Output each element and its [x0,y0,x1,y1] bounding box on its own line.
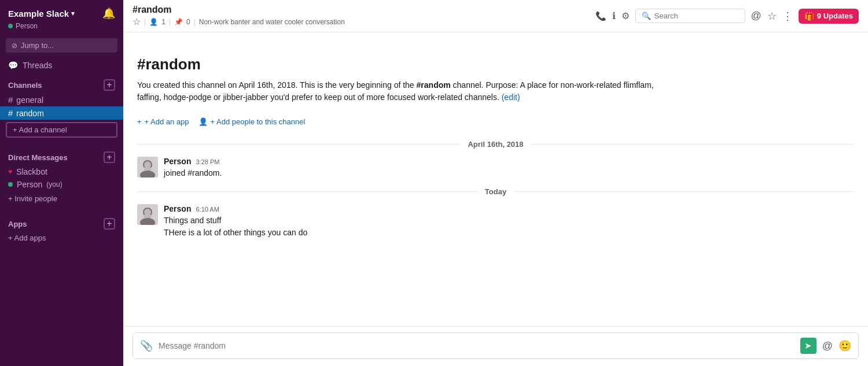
jump-to-button[interactable]: ⊘ Jump to... [6,38,117,53]
divider-line-left [137,144,461,145]
dm-you-label: (you) [46,180,62,188]
date-divider-april: April 16th, 2018 [123,135,868,153]
dm-status-dot-person [8,182,13,187]
divider-line-right [531,144,854,145]
slackbot-heart-icon: ♥ [8,168,12,176]
add-channel-label: + Add a channel [13,125,67,134]
message-item: Person 3:28 PM joined #random. [123,153,868,183]
message-body: Person 3:28 PM joined #random. [164,157,854,179]
channel-intro-text: You created this channel on April 16th, … [137,79,658,103]
dm-name-person: Person [17,180,42,189]
messages-area: #random You created this channel on Apri… [123,32,868,326]
channel-header: #random ☆ | 👤 1 | 📌 0 | Non-work banter … [123,0,868,32]
threads-label: Threads [23,61,52,70]
main-content: #random ☆ | 👤 1 | 📌 0 | Non-work banter … [123,0,868,366]
channel-pins-count: 0 [186,18,190,26]
sidebar-item-general[interactable]: # general [0,93,123,106]
add-people-button[interactable]: 👤 + Add people to this channel [198,117,306,126]
dm-section-label: Direct Messages + [0,145,123,165]
message-sender-2: Person [164,204,191,213]
channel-title: #random [133,5,172,15]
add-people-label: + Add people to this channel [211,117,306,126]
sidebar-item-random[interactable]: # random [0,106,123,120]
dm-item-slackbot[interactable]: ♥ Slackbot [0,165,123,178]
search-magnifier-icon: 🔍 [642,12,651,20]
invite-people-button[interactable]: + Invite people [0,191,123,206]
workspace-status: Person [0,22,123,35]
message-input-area: 📎 ➤ @ 🙂 [123,326,868,366]
add-dm-icon[interactable]: + [104,151,115,163]
intro-channel-bold: #random [417,80,451,90]
channel-intro-heading: #random [137,56,854,73]
message-input-box: 📎 ➤ @ 🙂 [133,332,859,359]
channel-description: Non-work banter and water cooler convers… [199,18,345,26]
channel-name-random: random [16,109,43,118]
emoji-icon[interactable]: 🙂 [838,339,851,352]
sidebar-item-threads[interactable]: 💬 Threads [0,58,123,72]
svg-rect-4 [144,167,151,171]
notification-bell-icon[interactable]: 🔔 [102,7,115,20]
gift-icon: 🎁 [804,12,814,21]
channel-header-left: #random ☆ | 👤 1 | 📌 0 | Non-work banter … [133,5,345,27]
jump-to-label: Jump to... [21,41,54,50]
info-icon[interactable]: ℹ [612,10,616,21]
send-icon[interactable]: ➤ [800,338,816,354]
updates-button[interactable]: 🎁 9 Updates [799,9,859,24]
avatar-2 [137,204,158,225]
add-app-label: + Add an app [145,117,189,126]
add-app-icon[interactable]: + [104,218,115,230]
avatar [137,157,158,178]
date-divider-today: Today [123,183,868,201]
add-people-person-icon: 👤 [198,117,208,126]
add-channel-button[interactable]: + Add a channel [6,122,117,138]
hash-icon-random: # [8,108,13,118]
gear-icon[interactable]: ⚙ [621,10,630,21]
dm-item-person[interactable]: Person (you) [0,178,123,191]
more-options-icon[interactable]: ⋮ [782,10,793,23]
date-divider-today-label: Today [485,187,506,196]
at-icon[interactable]: @ [751,10,762,22]
channel-intro: #random You created this channel on Apri… [123,32,868,113]
add-apps-button[interactable]: + Add apps [0,232,123,244]
message-text: joined #random. [164,167,854,179]
message-text-line1: Things and stuff [164,215,854,227]
message-sender: Person [164,157,191,166]
svg-rect-9 [144,215,151,218]
search-box[interactable]: 🔍 [635,9,745,23]
add-channel-icon[interactable]: + [104,79,115,91]
channels-section: Channels + [0,72,123,93]
intro-edit-link[interactable]: (edit) [502,93,520,102]
threads-icon: 💬 [8,61,18,70]
intro-text-1: You created this channel on April 16th, … [137,80,417,90]
message-time: 3:28 PM [196,158,219,165]
workspace-name-text: Example Slack [8,9,69,19]
message-header-2: Person 6:10 AM [164,204,854,213]
channel-header-right: 📞 ℹ ⚙ 🔍 @ ☆ ⋮ 🎁 9 Updates [595,9,859,24]
message-body-2: Person 6:10 AM Things and stuff THere is… [164,204,854,239]
phone-icon[interactable]: 📞 [595,11,606,21]
divider-line-today-right [513,191,854,192]
updates-count-label: 9 Updates [817,12,853,20]
search-input[interactable] [654,12,739,20]
channels-section-label: Channels [8,81,42,90]
message-time-2: 6:10 AM [196,206,219,213]
message-input[interactable] [159,341,795,350]
at-input-icon[interactable]: @ [822,340,833,352]
apps-label: Apps [8,220,27,228]
channel-actions: + + Add an app 👤 + Add people to this ch… [123,113,868,135]
workspace-name[interactable]: Example Slack ▾ [8,9,75,19]
online-status-dot [8,24,13,28]
message-header: Person 3:28 PM [164,157,854,166]
sidebar: Example Slack ▾ 🔔 Person ⊘ Jump to... 💬 … [0,0,123,366]
dm-label: Direct Messages [8,153,68,162]
pin-icon: 📌 [174,18,183,26]
add-apps-label: + Add apps [8,234,46,242]
apps-section: Apps + + Add apps [0,211,123,244]
workspace-dropdown-icon: ▾ [71,10,75,17]
attach-icon[interactable]: 📎 [140,339,153,352]
bookmark-icon[interactable]: ☆ [767,10,777,23]
invite-people-label: + Invite people [8,194,57,203]
add-app-button[interactable]: + + Add an app [137,117,189,126]
direct-messages-section: Direct Messages + ♥ Slackbot Person (you… [0,145,123,191]
channel-star-icon[interactable]: ☆ [133,16,141,27]
